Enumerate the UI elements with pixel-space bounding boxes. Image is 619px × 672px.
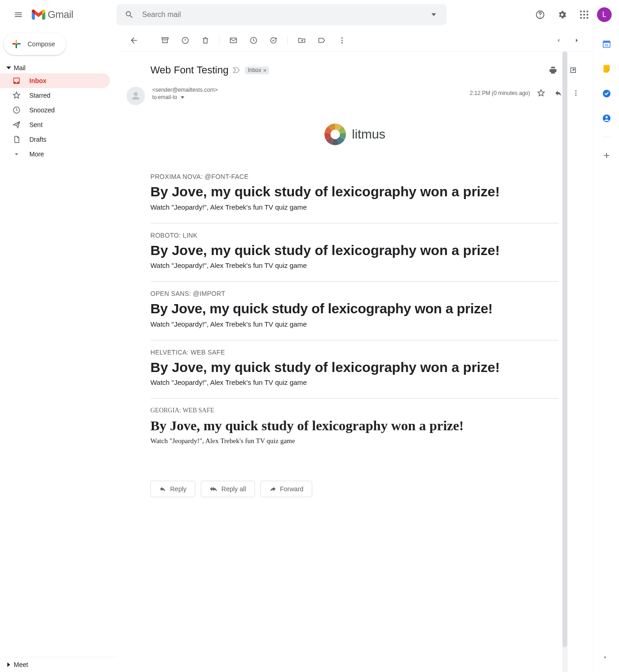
sidebar-item-snoozed[interactable]: Snoozed <box>0 103 110 117</box>
star-icon <box>12 91 21 100</box>
font-sample-label: PROXIMA NOVA: @FONT-FACE <box>150 173 558 180</box>
message-more-button[interactable] <box>569 87 582 100</box>
inbox-label-chip[interactable]: Inbox× <box>245 67 269 74</box>
reply-button[interactable]: Reply <box>150 481 195 497</box>
font-sample-label: ROBOTO: LINK <box>150 232 558 239</box>
gmail-logo[interactable]: Gmail <box>29 9 112 21</box>
svg-point-1 <box>580 11 582 12</box>
sidebar-item-label: Sent <box>29 121 43 128</box>
inbox-icon <box>12 76 21 85</box>
font-sample-text: Watch "Jeopardy!", Alex Trebek's fun TV … <box>150 378 558 386</box>
font-sample-text: Watch "Jeopardy!", Alex Trebek's fun TV … <box>150 203 558 211</box>
star-button[interactable] <box>535 87 547 100</box>
add-task-button[interactable] <box>265 31 283 50</box>
collapse-panel-icon[interactable] <box>600 652 611 663</box>
search-icon[interactable] <box>120 6 138 24</box>
svg-point-8 <box>583 17 585 19</box>
svg-point-3 <box>586 11 588 12</box>
search-options-icon[interactable] <box>425 6 443 24</box>
font-sample-label: OPEN SANS: @IMPORT <box>150 290 558 297</box>
litmus-logo-text: litmus <box>352 127 385 142</box>
compose-button[interactable]: Compose <box>4 33 66 55</box>
sidebar-item-starred[interactable]: Starred <box>0 88 110 103</box>
sidebar-item-label: More <box>29 150 44 158</box>
font-sample-heading: By Jove, my quick study of lexicography … <box>150 359 558 376</box>
older-button[interactable] <box>549 31 568 50</box>
svg-point-20 <box>575 90 577 92</box>
support-icon[interactable] <box>531 6 549 24</box>
forward-button[interactable]: Forward <box>260 481 312 497</box>
more-button[interactable] <box>333 31 351 50</box>
svg-point-5 <box>583 14 585 16</box>
subject-text: Web Font Testing <box>150 64 228 76</box>
svg-rect-11 <box>162 38 168 39</box>
sidebar-section-meet[interactable]: Meet <box>0 657 117 672</box>
reply-actions: Reply Reply all Forward <box>117 475 591 511</box>
header: Gmail L <box>0 0 619 29</box>
send-icon <box>12 120 21 129</box>
font-sample-text: Watch "Jeopardy!", Alex Trebek's fun TV … <box>150 320 558 328</box>
delete-button[interactable] <box>196 31 215 50</box>
settings-icon[interactable] <box>553 6 571 24</box>
chevron-down-icon <box>12 150 21 159</box>
contacts-app-icon[interactable] <box>597 109 616 128</box>
move-to-button[interactable] <box>293 31 311 50</box>
font-sample-block: GEORGIA: WEB SAFEBy Jove, my quick study… <box>150 399 558 457</box>
subject-row: Web Font Testing Inbox× <box>117 52 591 83</box>
svg-point-21 <box>575 93 577 94</box>
sender-email: <sender@emailtests.com> <box>152 87 470 93</box>
sidebar-item-label: Drafts <box>29 136 46 143</box>
font-sample-label: GEORGIA: WEB SAFE <box>150 407 558 414</box>
sidebar: Compose Mail InboxStarredSnoozedSentDraf… <box>0 29 117 672</box>
side-panel: 31 <box>593 29 619 672</box>
svg-point-23 <box>331 130 340 139</box>
remove-label-icon[interactable]: × <box>263 67 267 74</box>
font-sample-block: HELVETICA: WEB SAFEBy Jove, my quick stu… <box>150 340 558 399</box>
show-details-icon[interactable] <box>181 96 184 99</box>
scrollbar-thumb[interactable] <box>563 51 567 647</box>
sidebar-item-inbox[interactable]: Inbox <box>0 73 110 88</box>
main-menu-button[interactable] <box>7 4 29 26</box>
font-sample-block: OPEN SANS: @IMPORTBy Jove, my quick stud… <box>150 282 558 340</box>
file-icon <box>12 135 21 144</box>
font-sample-heading: By Jove, my quick study of lexicography … <box>150 183 558 200</box>
sidebar-item-sent[interactable]: Sent <box>0 117 110 132</box>
search-input[interactable] <box>138 11 425 19</box>
svg-point-17 <box>342 40 343 41</box>
spam-button[interactable] <box>176 31 194 50</box>
keep-app-icon[interactable] <box>597 60 616 78</box>
litmus-wheel-icon <box>323 122 347 146</box>
font-sample-text: Watch "Jeopardy!", Alex Trebek's fun TV … <box>150 437 558 445</box>
labels-button[interactable] <box>313 31 331 50</box>
search-bar[interactable] <box>116 4 447 25</box>
sidebar-section-mail[interactable]: Mail <box>0 62 117 73</box>
tasks-app-icon[interactable] <box>597 84 616 103</box>
litmus-logo: litmus <box>150 122 558 146</box>
mark-unread-button[interactable] <box>224 31 243 50</box>
font-sample-heading: By Jove, my quick study of lexicography … <box>150 300 558 317</box>
get-addons-icon[interactable] <box>597 146 616 165</box>
svg-point-18 <box>342 42 343 44</box>
sidebar-item-more[interactable]: More <box>0 147 110 161</box>
apps-grid-icon[interactable] <box>575 6 593 24</box>
newer-button[interactable] <box>568 31 586 50</box>
recipient-row[interactable]: to email-to <box>152 94 470 100</box>
message-pane: Web Font Testing Inbox× <sender@emailtes… <box>117 29 593 672</box>
calendar-app-icon[interactable]: 31 <box>597 35 616 53</box>
scrollbar[interactable] <box>562 51 568 672</box>
print-button[interactable] <box>544 61 562 79</box>
archive-button[interactable] <box>156 31 174 50</box>
svg-point-7 <box>580 17 582 19</box>
sidebar-item-drafts[interactable]: Drafts <box>0 132 110 147</box>
sender-avatar[interactable] <box>127 87 145 105</box>
timestamp: 2:12 PM (0 minutes ago) <box>470 90 530 96</box>
svg-point-22 <box>575 94 577 96</box>
snooze-button[interactable] <box>244 31 263 50</box>
svg-point-9 <box>586 17 588 19</box>
important-icon[interactable] <box>233 67 240 73</box>
account-avatar[interactable]: L <box>597 7 612 22</box>
reply-all-button[interactable]: Reply all <box>201 481 255 497</box>
svg-point-4 <box>580 14 582 16</box>
svg-point-2 <box>583 11 585 12</box>
back-button[interactable] <box>125 31 143 50</box>
